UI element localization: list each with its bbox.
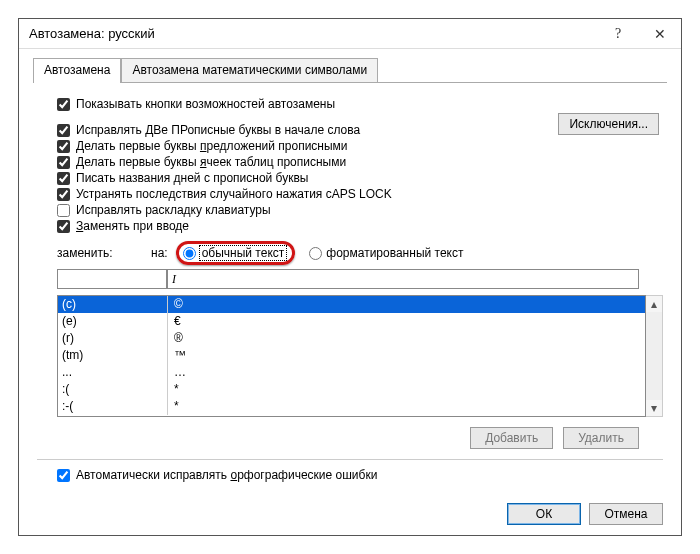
help-button[interactable]: ? [597, 19, 639, 49]
close-button[interactable]: ✕ [639, 19, 681, 49]
list-item-to: * [168, 381, 645, 398]
list-item[interactable]: ...… [58, 364, 645, 381]
cancel-button[interactable]: Отмена [589, 503, 663, 525]
list-buttons-row: Добавить Удалить [37, 427, 639, 449]
list-item-from: (c) [58, 296, 168, 313]
check-auto-spell-label: Автоматически исправлять орфографические… [76, 468, 377, 482]
listbox-scrollbar[interactable]: ▴ ▾ [646, 295, 663, 417]
list-item[interactable]: :(* [58, 381, 645, 398]
list-item-to: … [168, 364, 645, 381]
check-sentence-caps[interactable] [57, 140, 70, 153]
radio-formatted-text-label: форматированный текст [326, 246, 463, 260]
check-cell-caps-row: Делать первые буквы ячеек таблиц прописн… [57, 155, 663, 169]
check-caps-lock-label: Устранять последствия случайного нажатия… [76, 187, 392, 201]
check-show-buttons-label: Показывать кнопки возможностей автозамен… [76, 97, 335, 111]
highlight-ring: обычный текст [176, 241, 296, 265]
check-day-caps-row: Писать названия дней с прописной буквы [57, 171, 663, 185]
check-sentence-caps-label: Делать первые буквы предложений прописны… [76, 139, 348, 153]
tab-strip: Автозамена Автозамена математическими си… [33, 57, 667, 83]
radio-formatted-text[interactable] [309, 247, 322, 260]
list-item-from: :( [58, 381, 168, 398]
check-day-caps-label: Писать названия дней с прописной буквы [76, 171, 308, 185]
titlebar: Автозамена: русский ? ✕ [19, 19, 681, 49]
list-item-to: € [168, 313, 645, 330]
tab-autocorrect[interactable]: Автозамена [33, 58, 121, 83]
list-item[interactable]: (r)® [58, 330, 645, 347]
check-cell-caps-label: Делать первые буквы ячеек таблиц прописн… [76, 155, 346, 169]
radio-plain-text[interactable] [183, 247, 196, 260]
check-replace-as-type-row: Заменять при вводе [57, 219, 663, 233]
list-item[interactable]: (e)€ [58, 313, 645, 330]
scroll-down-icon[interactable]: ▾ [646, 400, 662, 416]
check-two-caps-label: Исправлять ДВе ПРописные буквы в начале … [76, 123, 360, 137]
format-radio-group: обычный текст форматированный текст [176, 241, 464, 265]
autocorrect-panel: Показывать кнопки возможностей автозамен… [33, 89, 667, 482]
list-item-from: (tm) [58, 347, 168, 364]
radio-plain-text-label: обычный текст [200, 246, 287, 260]
list-item[interactable]: (c)© [58, 296, 645, 313]
check-two-caps[interactable] [57, 124, 70, 137]
list-item-from: (e) [58, 313, 168, 330]
check-replace-as-type-label: Заменять при вводе [76, 219, 189, 233]
list-item-to: * [168, 398, 645, 415]
scroll-up-icon[interactable]: ▴ [646, 296, 662, 312]
list-item[interactable]: (tm)™ [58, 347, 645, 364]
with-input[interactable] [167, 269, 639, 289]
radio-formatted-item: форматированный текст [309, 246, 463, 260]
list-item-from: ... [58, 364, 168, 381]
check-auto-spell-row: Автоматически исправлять орфографические… [57, 468, 663, 482]
check-sentence-caps-row: Делать первые буквы предложений прописны… [57, 139, 663, 153]
check-show-buttons-row: Показывать кнопки возможностей автозамен… [57, 97, 663, 111]
replace-header-row: заменить: на: обычный текст форматирован… [57, 241, 663, 265]
check-caps-lock-row: Устранять последствия случайного нажатия… [57, 187, 663, 201]
check-keyboard-layout[interactable] [57, 204, 70, 217]
check-keyboard-layout-row: Исправлять раскладку клавиатуры [57, 203, 663, 217]
replacements-listbox[interactable]: (c)©(e)€(r)®(tm)™...…:(*:-(* [57, 295, 646, 417]
add-button[interactable]: Добавить [470, 427, 553, 449]
tab-math-autocorrect[interactable]: Автозамена математическими символами [121, 58, 378, 83]
list-item-from: (r) [58, 330, 168, 347]
check-cell-caps[interactable] [57, 156, 70, 169]
check-replace-as-type[interactable] [57, 220, 70, 233]
list-item-to: ™ [168, 347, 645, 364]
check-show-buttons[interactable] [57, 98, 70, 111]
replace-input-row [57, 269, 663, 289]
dialog-title: Автозамена: русский [29, 26, 597, 41]
list-item-to: ® [168, 330, 645, 347]
ok-button[interactable]: ОК [507, 503, 581, 525]
list-item[interactable]: :-(* [58, 398, 645, 415]
replace-input[interactable] [57, 269, 167, 289]
divider [37, 459, 663, 460]
dialog-content: Автозамена Автозамена математическими си… [19, 49, 681, 492]
replace-label: заменить: [57, 246, 143, 260]
check-day-caps[interactable] [57, 172, 70, 185]
list-item-to: © [168, 296, 645, 313]
replacements-listbox-wrap: (c)©(e)€(r)®(tm)™...…:(*:-(* ▴ ▾ [57, 295, 663, 417]
check-caps-lock[interactable] [57, 188, 70, 201]
with-label: на: [151, 246, 168, 260]
check-keyboard-layout-label: Исправлять раскладку клавиатуры [76, 203, 271, 217]
list-item-from: :-( [58, 398, 168, 415]
dialog-footer: ОК Отмена [507, 503, 663, 525]
exceptions-button[interactable]: Исключения... [558, 113, 659, 135]
dialog-window: Автозамена: русский ? ✕ Автозамена Автоз… [18, 18, 682, 536]
delete-button[interactable]: Удалить [563, 427, 639, 449]
check-auto-spell[interactable] [57, 469, 70, 482]
